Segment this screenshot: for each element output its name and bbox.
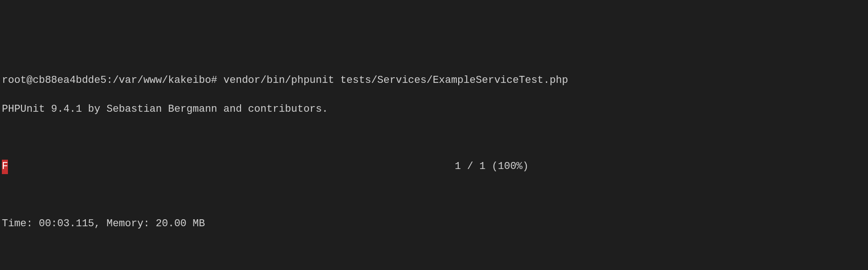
blank-line	[2, 246, 866, 260]
progress-count: 1 / 1 (100%)	[455, 160, 529, 174]
blank-line	[2, 188, 866, 202]
progress-line: F1 / 1 (100%)	[2, 160, 529, 174]
prompt-line: root@cb88ea4bdde5:/var/www/kakeibo# vend…	[2, 74, 866, 88]
phpunit-header: PHPUnit 9.4.1 by Sebastian Bergmann and …	[2, 102, 866, 117]
blank-line	[2, 131, 866, 145]
terminal-output[interactable]: root@cb88ea4bdde5:/var/www/kakeibo# vend…	[2, 59, 866, 270]
fail-marker: F	[2, 160, 8, 174]
time-memory-stats: Time: 00:03.115, Memory: 20.00 MB	[2, 217, 866, 231]
